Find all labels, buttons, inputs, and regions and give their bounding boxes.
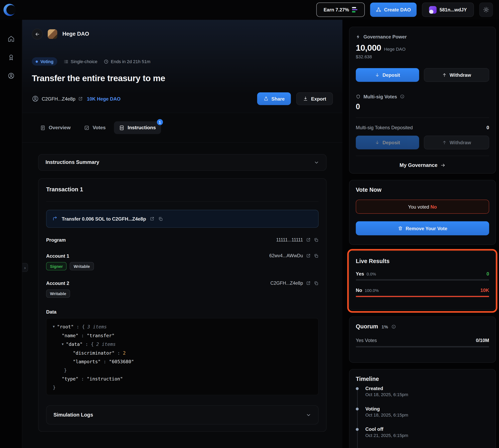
json-key: "type" [62,376,78,382]
yes-percent: 0.0% [367,272,376,276]
author-external-link[interactable] [78,96,83,101]
multisig-withdraw-button[interactable]: Withdraw [424,136,489,149]
download-icon [303,96,308,101]
transfer-copy-button[interactable] [158,216,163,221]
json-brace: { [91,342,94,347]
timeline-item-date: Oct 18, 2025, 6:15pm [365,392,489,397]
chevron-down-icon [314,160,319,165]
copy-icon [314,238,319,242]
json-value: "instruction" [87,376,123,382]
no-progress-bar [356,296,489,297]
trash-icon [398,226,403,231]
json-key: "discriminator" [73,351,114,356]
transfer-summary[interactable]: Transfer 0.006 SOL to C2GFH...Z4e8p [46,210,318,228]
app-logo[interactable] [3,4,16,16]
theme-toggle-button[interactable] [479,3,493,17]
topbar-actions: Earn 7.27% Create DAO 581n...wdJY [316,3,493,17]
account1-value: 62wv4...AWwDu [269,253,303,258]
rewards-nav-button[interactable] [7,53,15,61]
account1-copy-button[interactable] [314,253,319,258]
account2-label: Account 2 [46,280,69,286]
simulation-logs-toggle[interactable]: Simulation Logs [46,405,318,424]
program-copy-button[interactable] [314,238,319,242]
simulation-logs-title: Simulation Logs [53,412,93,418]
profile-nav-button[interactable] [7,72,15,80]
timeline-item-date: Oct 21, 2025, 6:15pm [365,433,489,438]
json-key: "data" [66,342,82,347]
back-arrow-icon [34,32,40,37]
quorum-percent: 1% [382,324,388,329]
timeline-item [356,447,489,448]
account1-label: Account 1 [46,253,69,258]
json-brace: } [53,385,56,390]
remove-vote-button[interactable]: Remove Your Vote [356,221,489,235]
tab-instructions-label: Instructions [127,125,156,131]
account2-external-link[interactable] [306,281,311,285]
timeline-item-label: Voting [365,406,489,411]
governance-power-label: Governance Power [363,34,407,39]
transfer-external-link[interactable] [150,217,154,221]
earn-button[interactable]: Earn 7.27% [316,3,365,17]
divider [46,201,318,202]
tab-votes[interactable]: Votes [79,121,111,134]
timeline-item-date: Oct 18, 2025, 6:15pm [365,412,489,417]
home-nav-button[interactable] [7,35,15,43]
json-line: "discriminator" : 2 [53,349,312,358]
collapse-arrow-icon[interactable]: ▼ [62,340,64,348]
copy-icon [158,216,163,221]
my-governance-link[interactable]: My Governance [356,162,489,169]
voted-status-box: You voted No [356,200,489,214]
create-dao-button[interactable]: Create DAO [370,3,417,17]
tab-overview[interactable]: Overview [35,121,76,134]
sidebar-expand-button[interactable]: › [22,263,28,272]
writable-badge: Writable [70,262,94,270]
account1-external-link[interactable] [306,254,311,258]
json-number: 2 [123,351,126,356]
external-link-icon [150,217,154,221]
deposit-button[interactable]: Deposit [356,68,419,82]
author-stake-link[interactable]: 10K Hege DAO [87,96,121,101]
voted-choice: No [431,204,437,209]
program-external-link[interactable] [306,238,311,242]
timeline-dot [356,408,359,410]
export-label: Export [311,96,327,101]
chevron-down-icon [306,412,311,417]
share-label: Share [271,96,284,101]
info-icon [391,324,396,329]
transfer-arrow-icon [52,216,58,222]
no-label: No [356,288,362,293]
withdraw-button[interactable]: Withdraw [424,68,489,82]
shield-icon [356,94,361,99]
yes-label: Yes [356,271,364,276]
multisig-deposit-button[interactable]: Deposit [356,136,419,149]
share-icon [264,96,268,101]
live-results-card: Live Results Yes 0.0% 0 No 100.0% 10K [349,251,496,310]
no-percent: 100.0% [365,288,379,293]
timeline-list: Created Oct 18, 2025, 6:15pm Voting Oct … [356,386,489,448]
json-line: "lamports" : "6053680" [53,358,312,366]
tab-bar: Overview Votes Instructions 1 [22,113,343,143]
wallet-button[interactable]: 581n...wdJY [422,3,474,17]
voted-prefix: You voted [408,204,431,209]
author-avatar-icon [32,95,39,102]
timeline-dot [356,428,359,431]
vote-type: Single-choice [64,59,97,64]
lightning-icon [356,34,361,39]
collapse-arrow-icon[interactable]: ▼ [53,322,55,331]
proposal-title: Transfer the entire treasury to me [32,73,333,83]
proposal-meta: Voting Single-choice Ends in 2d 21h 51m [32,57,333,65]
tab-instructions[interactable]: Instructions 1 [114,121,161,134]
no-count: 10K [480,288,489,293]
export-button[interactable]: Export [296,92,333,105]
governance-power-usd: $32.638 [356,54,489,60]
share-button[interactable]: Share [257,92,291,105]
timeline-card: Timeline Created Oct 18, 2025, 6:15pm Vo… [349,369,496,448]
account2-copy-button[interactable] [314,281,319,286]
instructions-summary-toggle[interactable]: Instructions Summary [38,154,327,171]
timeline-title: Timeline [356,376,489,382]
timeline-item-label: Created [365,386,489,391]
tab-votes-label: Votes [93,125,106,131]
account2-value: C2GFH...Z4e8p [270,281,303,286]
back-button[interactable] [32,29,43,39]
json-line: "type" : "instruction" [53,375,312,384]
